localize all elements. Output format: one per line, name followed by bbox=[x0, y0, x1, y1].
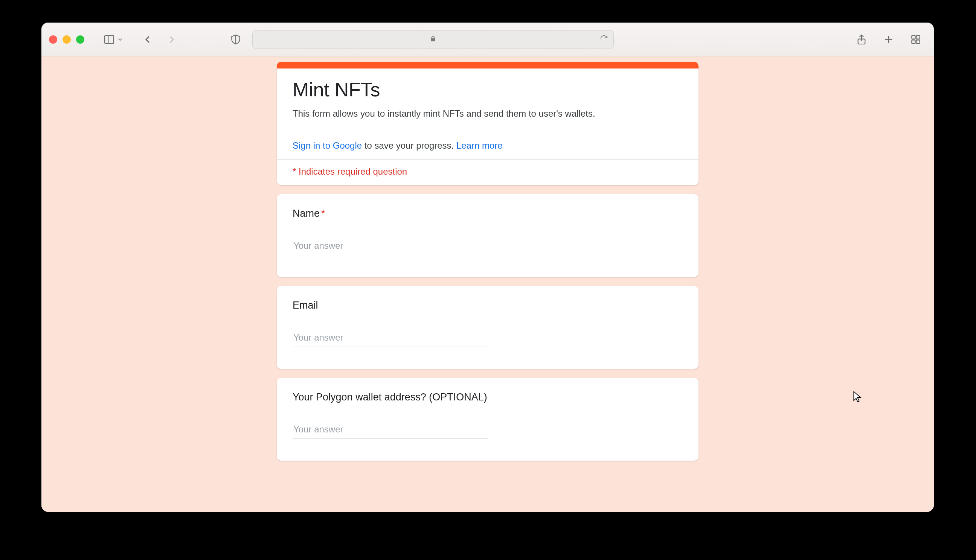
svg-rect-0 bbox=[105, 35, 114, 43]
required-notice: * Indicates required question bbox=[277, 160, 699, 185]
required-star: * bbox=[321, 208, 325, 219]
form-description: This form allows you to instantly mint N… bbox=[293, 107, 683, 120]
question-label-text: Email bbox=[293, 300, 318, 311]
question-label: Name* bbox=[293, 208, 683, 219]
wallet-input[interactable] bbox=[293, 422, 488, 439]
question-label: Email bbox=[293, 300, 683, 311]
zoom-window-button[interactable] bbox=[76, 35, 84, 44]
traffic-lights bbox=[49, 35, 84, 44]
forward-button[interactable] bbox=[166, 33, 178, 45]
question-label-text: Your Polygon wallet address? (OPTIONAL) bbox=[293, 392, 487, 403]
signin-row: Sign in to Google to save your progress.… bbox=[277, 132, 699, 159]
lock-icon bbox=[429, 35, 437, 44]
form-header-card: Mint NFTs This form allows you to instan… bbox=[277, 62, 699, 185]
shield-icon[interactable] bbox=[230, 33, 242, 45]
svg-rect-7 bbox=[916, 35, 919, 39]
close-window-button[interactable] bbox=[49, 35, 57, 44]
signin-suffix: to save your progress. bbox=[362, 140, 456, 150]
question-card-wallet: Your Polygon wallet address? (OPTIONAL) bbox=[277, 378, 699, 461]
mouse-cursor-icon bbox=[853, 391, 862, 402]
question-card-name: Name* bbox=[277, 194, 699, 277]
chevron-down-icon[interactable] bbox=[117, 36, 123, 43]
browser-window: Mint NFTs This form allows you to instan… bbox=[42, 23, 934, 512]
question-label: Your Polygon wallet address? (OPTIONAL) bbox=[293, 392, 683, 403]
new-tab-button[interactable] bbox=[883, 33, 895, 45]
learn-more-link[interactable]: Learn more bbox=[456, 140, 503, 150]
browser-toolbar bbox=[42, 23, 934, 57]
svg-rect-6 bbox=[912, 35, 915, 39]
page-content: Mint NFTs This form allows you to instan… bbox=[42, 57, 934, 512]
form-title: Mint NFTs bbox=[293, 78, 683, 101]
minimize-window-button[interactable] bbox=[62, 35, 71, 44]
svg-rect-8 bbox=[912, 40, 915, 43]
question-label-text: Name bbox=[293, 208, 320, 219]
signin-link[interactable]: Sign in to Google bbox=[293, 140, 362, 150]
tab-overview-icon[interactable] bbox=[910, 33, 922, 45]
svg-rect-9 bbox=[916, 40, 919, 43]
name-input[interactable] bbox=[293, 238, 488, 255]
url-bar[interactable] bbox=[252, 30, 614, 49]
accent-bar bbox=[277, 62, 699, 68]
share-icon[interactable] bbox=[856, 33, 868, 45]
question-card-email: Email bbox=[277, 286, 699, 369]
refresh-icon[interactable] bbox=[600, 35, 608, 44]
sidebar-icon[interactable] bbox=[103, 33, 115, 45]
back-button[interactable] bbox=[142, 33, 153, 45]
email-input[interactable] bbox=[293, 330, 488, 347]
